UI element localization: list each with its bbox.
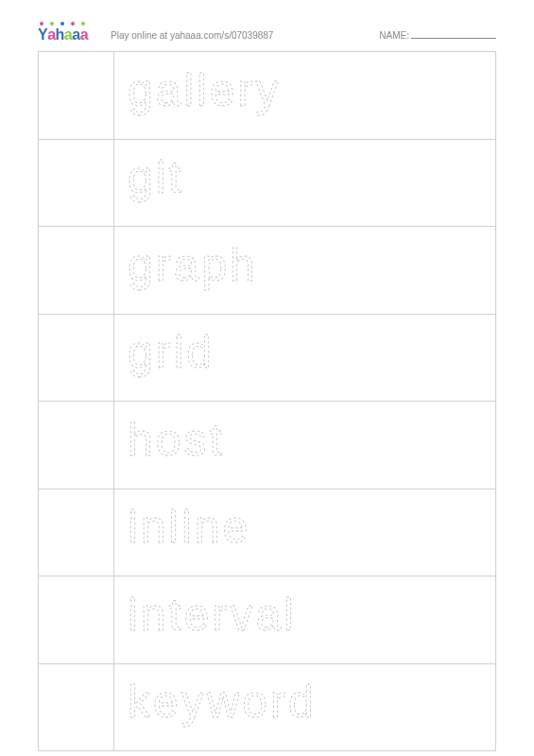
trace-word[interactable]: graph: [128, 241, 495, 300]
word-cell: git: [114, 139, 496, 227]
table-row: git: [39, 139, 496, 227]
play-url-text: Play online at yahaaa.com/s/07039887: [111, 30, 273, 41]
logo-char: Y: [38, 27, 47, 43]
table-row: graph: [39, 227, 496, 315]
image-cell: [39, 52, 114, 140]
word-cell: grid: [114, 314, 496, 402]
word-cell: keyword: [114, 663, 496, 751]
word-cell: gallery: [114, 52, 496, 140]
logo-char: a: [72, 27, 79, 43]
trace-word[interactable]: git: [128, 153, 495, 212]
image-cell: [39, 227, 114, 315]
trace-text: interval: [128, 590, 297, 640]
trace-text: graph: [128, 240, 258, 290]
trace-text: host: [128, 415, 225, 465]
name-input-line[interactable]: [411, 29, 496, 39]
logo-char: a: [64, 27, 72, 43]
trace-word[interactable]: keyword: [128, 678, 495, 736]
table-row: gallery: [39, 52, 496, 140]
image-cell: [39, 314, 114, 402]
worksheet: gallery git graph: [38, 51, 496, 751]
trace-word[interactable]: interval: [128, 591, 495, 649]
image-cell: [39, 489, 114, 576]
tracing-table: gallery git graph: [38, 51, 496, 751]
word-cell: interval: [114, 576, 496, 664]
logo-dots: [40, 22, 85, 26]
table-row: interval: [39, 576, 496, 664]
trace-word[interactable]: grid: [128, 328, 495, 387]
logo-text: Y a h a a a: [38, 27, 88, 43]
image-cell: [39, 402, 114, 490]
trace-text: inline: [128, 502, 250, 552]
table-row: inline: [39, 489, 496, 576]
logo-char: h: [56, 27, 64, 43]
trace-word[interactable]: gallery: [128, 66, 495, 125]
trace-text: git: [128, 152, 184, 202]
name-label: NAME:: [379, 30, 409, 41]
image-cell: [39, 663, 114, 751]
page-header: Y a h a a a Play online at yahaaa.com/s/…: [38, 21, 496, 49]
name-field: NAME:: [379, 29, 496, 41]
logo: Y a h a a a: [38, 27, 88, 43]
logo-char: a: [80, 27, 88, 43]
trace-text: grid: [128, 327, 215, 377]
table-row: grid: [39, 314, 496, 402]
trace-word[interactable]: host: [128, 416, 495, 474]
trace-text: keyword: [128, 677, 317, 727]
table-row: keyword: [39, 663, 496, 751]
table-row: host: [39, 402, 496, 490]
trace-text: gallery: [128, 65, 281, 115]
image-cell: [39, 576, 114, 664]
word-cell: inline: [114, 489, 496, 576]
word-cell: graph: [114, 227, 496, 315]
word-cell: host: [114, 402, 496, 490]
logo-char: a: [47, 27, 55, 43]
trace-word[interactable]: inline: [128, 503, 495, 561]
image-cell: [39, 139, 114, 227]
